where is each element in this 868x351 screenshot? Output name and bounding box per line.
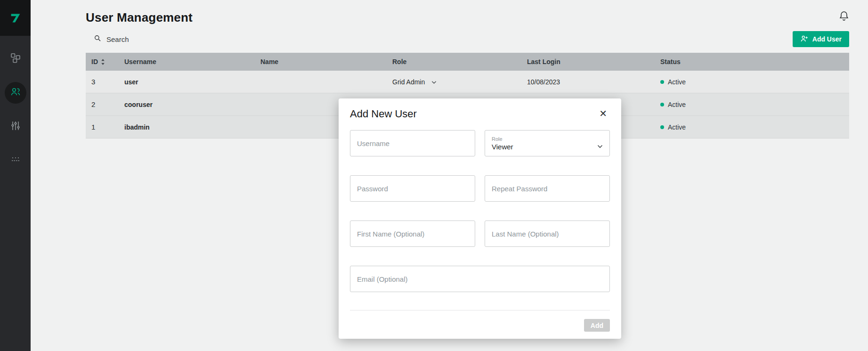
add-user-button[interactable]: Add User xyxy=(793,31,849,47)
form-row-passwords xyxy=(350,175,610,202)
first-name-field[interactable] xyxy=(350,220,475,247)
notifications-button[interactable] xyxy=(837,9,851,24)
table-header-role: Role xyxy=(392,58,527,65)
search-icon xyxy=(93,34,102,44)
modal-divider xyxy=(350,310,610,310)
role-select-label: Role xyxy=(492,136,603,142)
table-header-name: Name xyxy=(260,58,392,65)
status-badge: Active xyxy=(660,123,849,131)
table-header-username: Username xyxy=(124,58,260,65)
table-header-status: Status xyxy=(660,58,849,65)
cell-username: user xyxy=(124,78,260,86)
sort-icon xyxy=(101,59,105,65)
chevron-down-icon xyxy=(597,142,603,146)
cell-last-login: 10/08/2023 xyxy=(527,78,660,86)
username-field[interactable] xyxy=(350,130,475,156)
person-add-icon xyxy=(800,34,809,44)
add-button[interactable]: Add xyxy=(584,319,610,332)
status-dot-icon xyxy=(660,80,664,84)
add-user-button-label: Add User xyxy=(812,35,842,43)
status-label: Active xyxy=(668,101,686,108)
status-badge: Active xyxy=(660,78,849,86)
cell-id: 1 xyxy=(91,123,124,131)
modal-header: Add New User ✕ xyxy=(350,108,610,120)
form-row-email xyxy=(350,266,610,292)
form-row-names xyxy=(350,220,610,247)
sidebar-item-cli[interactable] xyxy=(5,150,26,171)
close-icon[interactable]: ✕ xyxy=(596,108,610,119)
cli-icon xyxy=(10,154,21,167)
modal-title: Add New User xyxy=(350,108,417,120)
cell-username: ibadmin xyxy=(124,123,260,131)
main-content: User Management Add User xyxy=(31,0,868,351)
cell-username: cooruser xyxy=(124,101,260,108)
status-label: Active xyxy=(668,78,686,86)
brand-logo[interactable] xyxy=(0,0,31,36)
status-badge: Active xyxy=(660,101,849,108)
status-dot-icon xyxy=(660,125,664,129)
chevron-down-icon xyxy=(431,78,437,86)
notifications-bell-icon xyxy=(838,10,850,23)
sidebar-item-settings[interactable] xyxy=(5,116,26,138)
add-new-user-modal: Add New User ✕ Role Viewer xyxy=(339,98,621,339)
cell-id: 3 xyxy=(91,78,124,86)
search-input[interactable] xyxy=(106,35,210,43)
repeat-password-field[interactable] xyxy=(485,175,610,202)
password-field[interactable] xyxy=(350,175,475,202)
status-label: Active xyxy=(668,123,686,131)
modal-actions: Add xyxy=(350,319,610,332)
table-row[interactable]: 3 user Grid Admin 10/08/2023 Active xyxy=(86,71,849,93)
sidebar-nav xyxy=(0,36,31,171)
form-row-username-role: Role Viewer xyxy=(350,130,610,156)
role-dropdown[interactable]: Grid Admin xyxy=(392,78,527,86)
role-select[interactable]: Role Viewer xyxy=(485,130,610,156)
sidebar-item-topology[interactable] xyxy=(5,48,26,70)
topology-icon xyxy=(10,52,21,65)
role-select-value: Viewer xyxy=(492,143,603,151)
sidebar-item-users[interactable] xyxy=(5,82,26,104)
page-title: User Management xyxy=(86,10,193,25)
brand-logo-icon xyxy=(8,11,23,25)
status-dot-icon xyxy=(660,103,664,106)
role-dropdown-value: Grid Admin xyxy=(392,78,425,86)
sidebar xyxy=(0,0,31,351)
table-header-row: ID Username Name Role Last Login Status xyxy=(86,53,849,71)
search-bar xyxy=(93,34,210,44)
cell-id: 2 xyxy=(91,100,124,108)
sliders-icon xyxy=(10,120,21,133)
users-icon xyxy=(10,86,21,99)
email-field[interactable] xyxy=(350,266,610,292)
table-header-last-login: Last Login xyxy=(527,58,660,65)
table-header-id[interactable]: ID xyxy=(91,58,124,65)
last-name-field[interactable] xyxy=(485,220,610,247)
